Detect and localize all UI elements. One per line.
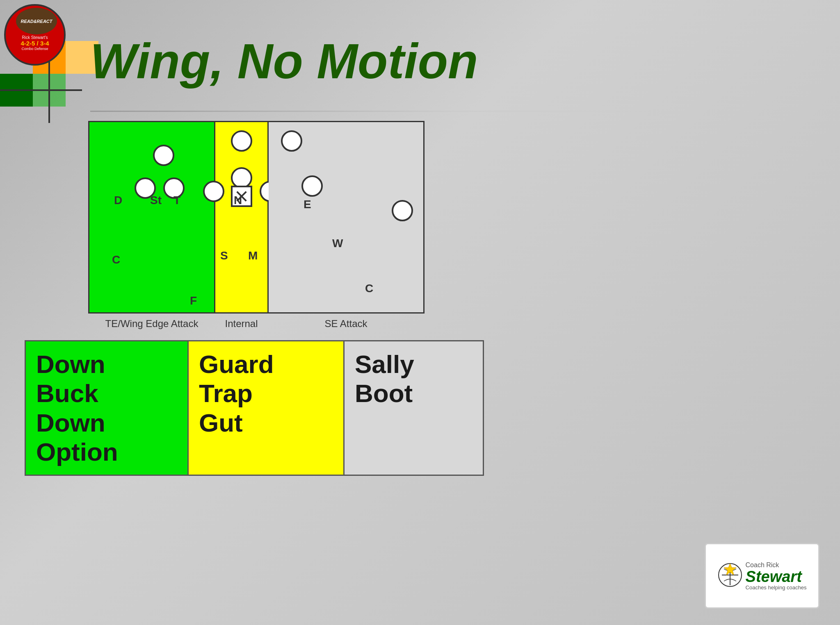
label-C-gray: C (365, 282, 373, 295)
logo-subtitle: Rick Stewart's (6, 35, 64, 40)
zone-gray: E W C SE Attack (269, 121, 425, 314)
box-gray: Sally Boot (345, 340, 484, 476)
coach-lastname: Stewart (746, 569, 807, 584)
divider-line (90, 111, 824, 112)
coach-firstname: Coach Rick (746, 561, 807, 569)
label-St: St (150, 194, 162, 207)
player-circle (231, 130, 252, 152)
label-S: S (220, 249, 228, 262)
box-green: Down Buck Down Option (25, 340, 189, 476)
player-circle (301, 175, 323, 197)
label-W: W (332, 237, 343, 250)
label-down-option: Down Option (36, 408, 177, 467)
label-gut: Gut (199, 408, 333, 437)
label-C-green: C (112, 253, 120, 266)
player-circle (203, 181, 224, 202)
player-circle (392, 200, 413, 221)
label-T: T (173, 194, 180, 207)
label-down: Down (36, 350, 177, 379)
label-E: E (304, 198, 311, 211)
label-N: N (234, 194, 242, 207)
zone-yellow-label: Internal (215, 318, 267, 330)
label-guard-trap: Guard Trap (199, 350, 333, 408)
logo-formation: 4-2-5 / 3-4 (6, 40, 64, 47)
label-boot: Boot (355, 379, 472, 408)
zone-gray-label: SE Attack (269, 318, 423, 330)
coach-logo: Coach Rick Stewart Coaches helping coach… (705, 543, 819, 609)
field-diagram: D St T C F TE/Wing Edge Attack N S M Int… (88, 121, 425, 314)
logo-type: Combo Defense (6, 47, 64, 51)
box-yellow: Guard Trap Gut (189, 340, 345, 476)
coach-tagline: Coaches helping coaches (746, 584, 807, 591)
coach-icon (718, 563, 742, 587)
zone-green-label: TE/Wing Edge Attack (89, 318, 214, 330)
label-sally: Sally (355, 350, 472, 379)
label-buck: Buck (36, 379, 177, 408)
brand-logo: READ&REACT Rick Stewart's 4-2-5 / 3-4 Co… (4, 4, 66, 66)
zone-yellow: N S M Internal (215, 121, 269, 314)
zone-green: D St T C F TE/Wing Edge Attack (88, 121, 215, 314)
player-circle (153, 145, 174, 166)
page-title: Wing, No Motion (90, 33, 478, 89)
label-M: M (248, 249, 258, 262)
label-D: D (114, 194, 122, 207)
bottom-section: Down Buck Down Option Guard Trap Gut Sal… (25, 340, 484, 476)
label-F: F (190, 294, 197, 307)
player-circle (281, 130, 302, 152)
